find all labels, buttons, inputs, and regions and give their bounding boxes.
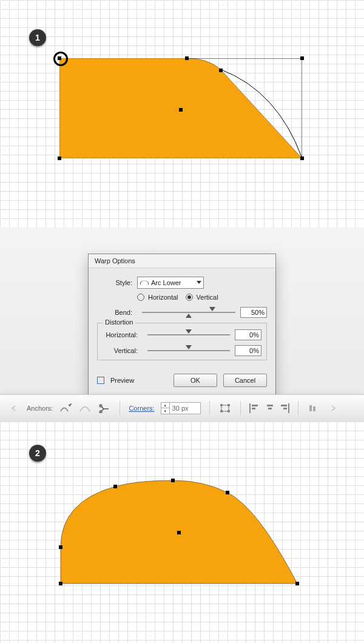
svg-rect-2 xyxy=(221,405,229,411)
corners-label[interactable]: Corners: xyxy=(129,405,154,412)
dialog-body: Style: Arc Lower Horizontal Vertical Ben… xyxy=(89,268,275,371)
corners-value[interactable]: 30 px xyxy=(170,405,200,412)
ok-button[interactable]: OK xyxy=(174,374,217,387)
align-right-icon[interactable] xyxy=(278,403,289,413)
prev-icon[interactable] xyxy=(7,402,21,414)
anchors-label: Anchors: xyxy=(27,405,53,412)
anchor[interactable] xyxy=(59,545,62,549)
distortion-legend: Distortion xyxy=(103,318,135,326)
center-anchor[interactable] xyxy=(179,108,183,112)
style-label: Style: xyxy=(97,279,132,286)
step2-badge: 2 xyxy=(29,445,46,462)
anchor[interactable] xyxy=(171,479,175,482)
dv-slider[interactable] xyxy=(147,346,230,355)
align-left-icon[interactable] xyxy=(249,403,260,413)
warp-options-dialog: Warp Options Style: Arc Lower Horizontal… xyxy=(88,254,276,396)
radio-vertical-label: Vertical xyxy=(197,294,218,301)
step1-canvas: 1 xyxy=(0,0,364,227)
dv-label: Vertical: xyxy=(103,347,138,354)
slider-thumb[interactable] xyxy=(209,307,215,311)
svg-rect-5 xyxy=(221,411,222,412)
distortion-fieldset: Distortion Horizontal: 0% Vertical: 0 xyxy=(97,323,267,360)
dv-value[interactable]: 0% xyxy=(235,345,261,356)
preview-label: Preview xyxy=(110,377,134,384)
slider-thumb[interactable] xyxy=(186,329,192,334)
handles-icon[interactable] xyxy=(78,402,92,414)
shape1-container xyxy=(59,58,302,158)
anchor[interactable] xyxy=(113,485,117,488)
anchor[interactable] xyxy=(219,69,223,72)
anchor[interactable] xyxy=(300,157,304,160)
align-icons xyxy=(249,403,289,413)
dh-slider[interactable] xyxy=(147,330,230,340)
dh-value[interactable]: 0% xyxy=(235,329,261,340)
anchor[interactable] xyxy=(185,56,189,60)
bend-slider[interactable] xyxy=(142,308,235,317)
orientation-radios: Horizontal Vertical xyxy=(137,294,267,301)
slider-thumb[interactable] xyxy=(186,345,192,349)
anchor[interactable] xyxy=(58,157,61,160)
svg-rect-3 xyxy=(221,405,222,406)
dialog-title: Warp Options xyxy=(89,254,275,268)
corners-stepper[interactable]: ▲▼ xyxy=(161,403,170,414)
preview-checkbox[interactable] xyxy=(97,377,104,384)
next-icon[interactable] xyxy=(326,402,340,414)
shape2-container xyxy=(58,477,300,584)
style-select[interactable]: Arc Lower xyxy=(137,277,204,289)
bend-label: Bend: xyxy=(97,309,132,316)
step1-badge: 1 xyxy=(29,29,46,46)
corners-input[interactable]: ▲▼ 30 px xyxy=(161,402,201,414)
middle-panel: Warp Options Style: Arc Lower Horizontal… xyxy=(0,227,364,422)
control-toolbar: Anchors: Corners: ▲▼ 30 px xyxy=(0,394,364,422)
radio-horizontal-label: Horizontal xyxy=(148,294,178,301)
radio-horizontal[interactable] xyxy=(137,294,144,301)
svg-rect-6 xyxy=(228,411,229,412)
dialog-footer: Preview OK Cancel xyxy=(89,371,275,396)
chevron-down-icon xyxy=(197,281,201,284)
center-anchor[interactable] xyxy=(177,531,181,534)
cut-path-icon[interactable] xyxy=(98,402,111,414)
dh-label: Horizontal: xyxy=(103,331,138,338)
step2-canvas: 2 xyxy=(0,422,364,643)
anchor[interactable] xyxy=(226,491,229,494)
bend-value[interactable]: 50% xyxy=(240,307,267,318)
align-center-icon[interactable] xyxy=(264,403,275,413)
svg-rect-7 xyxy=(309,405,312,411)
style-value: Arc Lower xyxy=(151,279,181,286)
radio-vertical[interactable] xyxy=(186,294,193,301)
convert-anchor-icon[interactable] xyxy=(59,402,72,414)
more-align-icon[interactable] xyxy=(307,402,320,414)
transform-icon[interactable] xyxy=(218,402,232,414)
arc-lower-icon xyxy=(140,280,149,284)
slider-mid-mark xyxy=(186,314,192,318)
anchor[interactable] xyxy=(59,582,62,585)
anchor[interactable] xyxy=(300,56,304,60)
svg-rect-4 xyxy=(228,405,229,406)
anchor[interactable] xyxy=(295,582,299,585)
svg-rect-8 xyxy=(313,406,315,411)
corner-indicator-circle xyxy=(53,52,68,66)
cancel-button[interactable]: Cancel xyxy=(223,374,267,387)
